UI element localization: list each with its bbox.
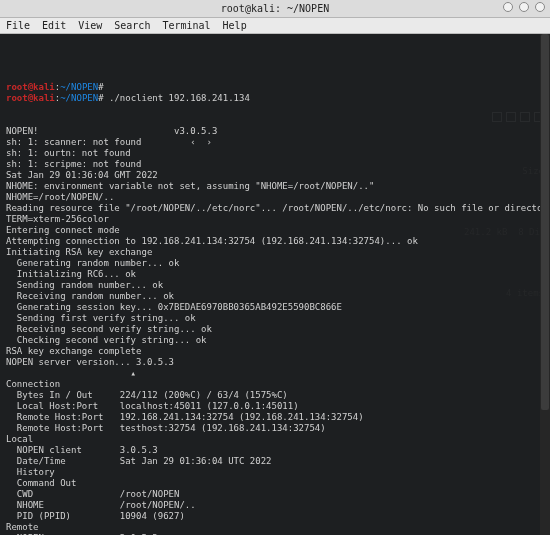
output-line: Connection (6, 379, 544, 390)
prompt-user: root@kali (6, 82, 55, 92)
terminal-output: NOPEN! v3.0.5.3sh: 1: scanner: not found… (6, 126, 544, 535)
output-line: Generating session key... 0x7BEDAE6970BB… (6, 302, 544, 313)
output-line: Command Out (6, 478, 544, 489)
output-line: Date/Time Sat Jan 29 01:36:04 UTC 2022 (6, 456, 544, 467)
output-line: Local (6, 434, 544, 445)
output-line: NOPEN client 3.0.5.3 (6, 445, 544, 456)
menu-terminal[interactable]: Terminal (162, 20, 210, 31)
output-line: Receiving second verify string... ok (6, 324, 544, 335)
window-titlebar: root@kali: ~/NOPEN (0, 0, 550, 18)
output-line: sh: 1: scanner: not found ‹ › (6, 137, 544, 148)
output-line: Checking second verify string... ok (6, 335, 544, 346)
prompt-command: ./noclient 192.168.241.134 (109, 93, 250, 103)
menu-view[interactable]: View (78, 20, 102, 31)
output-line: NOPEN! v3.0.5.3 (6, 126, 544, 137)
output-line: sh: 1: ourtn: not found (6, 148, 544, 159)
output-line: NHOME /root/NOPEN/.. (6, 500, 544, 511)
output-line: ▴ (6, 368, 544, 379)
window-controls (503, 2, 545, 12)
output-line: Remote (6, 522, 544, 533)
output-line: Generating random number... ok (6, 258, 544, 269)
output-line: Reading resource file "/root/NOPEN/../et… (6, 203, 544, 214)
window-title: root@kali: ~/NOPEN (221, 3, 329, 14)
output-line: Remote Host:Port 192.168.241.134:32754 (… (6, 412, 544, 423)
prompt-area: root@kali:~/NOPEN# root@kali:~/NOPEN# ./… (6, 82, 544, 104)
output-line: CWD /root/NOPEN (6, 489, 544, 500)
output-line: Local Host:Port localhost:45011 (127.0.0… (6, 401, 544, 412)
minimize-icon[interactable] (503, 2, 513, 12)
output-line: Remote Host:Port testhost:32754 (192.168… (6, 423, 544, 434)
prompt-hash: # (98, 93, 109, 103)
output-line: Sending first verify string... ok (6, 313, 544, 324)
menu-bar: File Edit View Search Terminal Help (0, 18, 550, 34)
prompt-line: root@kali:~/NOPEN# ./noclient 192.168.24… (6, 93, 544, 104)
menu-file[interactable]: File (6, 20, 30, 31)
maximize-icon[interactable] (519, 2, 529, 12)
prompt-user: root@kali (6, 93, 55, 103)
output-line: RSA key exchange complete (6, 346, 544, 357)
output-line: PID (PPID) 10904 (9627) (6, 511, 544, 522)
output-line: TERM=xterm-256color (6, 214, 544, 225)
output-line: Initializing RC6... ok (6, 269, 544, 280)
terminal-scrollbar[interactable] (540, 34, 550, 535)
output-line: Initiating RSA key exchange (6, 247, 544, 258)
close-icon[interactable] (535, 2, 545, 12)
terminal[interactable]: Size 241.2 kB 8 Dis 4 items root@kali:~/… (0, 34, 550, 535)
scrollbar-thumb[interactable] (541, 34, 549, 410)
prompt-hash: # (98, 82, 109, 92)
prompt-path: ~/NOPEN (60, 82, 98, 92)
output-line: Receiving random number... ok (6, 291, 544, 302)
output-line: Entering connect mode (6, 225, 544, 236)
output-line: NHOME=/root/NOPEN/.. (6, 192, 544, 203)
menu-search[interactable]: Search (114, 20, 150, 31)
prompt-path: ~/NOPEN (60, 93, 98, 103)
output-line: Attempting connection to 192.168.241.134… (6, 236, 544, 247)
output-line: NHOME: environment variable not set, ass… (6, 181, 544, 192)
output-line: sh: 1: scripme: not found (6, 159, 544, 170)
prompt-line: root@kali:~/NOPEN# (6, 82, 544, 93)
output-line: History (6, 467, 544, 478)
output-line: Sending random number... ok (6, 280, 544, 291)
output-line: NOPEN server version... 3.0.5.3 (6, 357, 544, 368)
output-line: Bytes In / Out 224/112 (200%C) / 63/4 (1… (6, 390, 544, 401)
menu-help[interactable]: Help (223, 20, 247, 31)
output-line: Sat Jan 29 01:36:04 GMT 2022 (6, 170, 544, 181)
menu-edit[interactable]: Edit (42, 20, 66, 31)
